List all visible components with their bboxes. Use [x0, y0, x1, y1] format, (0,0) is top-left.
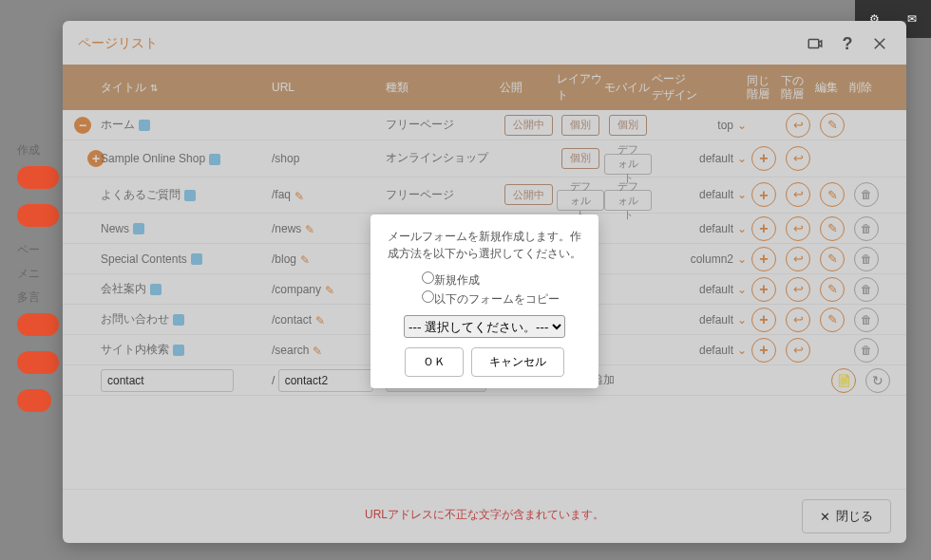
sidebar-label: ペー: [17, 242, 59, 258]
create-mailform-modal: メールフォームを新規作成します。作成方法を以下から選択してください。 新規作成 …: [370, 215, 598, 388]
sidebar-label: 作成: [17, 142, 59, 159]
sidebar-pill[interactable]: [17, 351, 59, 374]
modal-message: メールフォームを新規作成します。作成方法を以下から選択してください。: [384, 228, 585, 262]
radio-new-label[interactable]: 新規作成: [422, 273, 480, 287]
page-list-panel: ページリスト ? タイトル⇅ URL 種類 公開 レイアウト モバイル ページ …: [63, 21, 906, 543]
ok-button[interactable]: ＯＫ: [405, 347, 464, 377]
copy-source-select[interactable]: --- 選択してください。---: [404, 315, 565, 338]
left-sidebar: 作成 ペー メニ 多言: [17, 142, 59, 427]
sidebar-label: メニ: [17, 266, 59, 282]
sidebar-label: 多言: [17, 289, 59, 306]
sidebar-pill[interactable]: [17, 204, 59, 227]
sidebar-pill[interactable]: [17, 389, 51, 412]
cancel-button[interactable]: キャンセル: [471, 347, 564, 377]
radio-new[interactable]: [422, 271, 434, 284]
sidebar-pill[interactable]: [17, 166, 59, 189]
sidebar-pill[interactable]: [17, 313, 59, 336]
radio-copy-label[interactable]: 以下のフォームをコピー: [422, 292, 560, 306]
radio-copy[interactable]: [422, 290, 434, 303]
